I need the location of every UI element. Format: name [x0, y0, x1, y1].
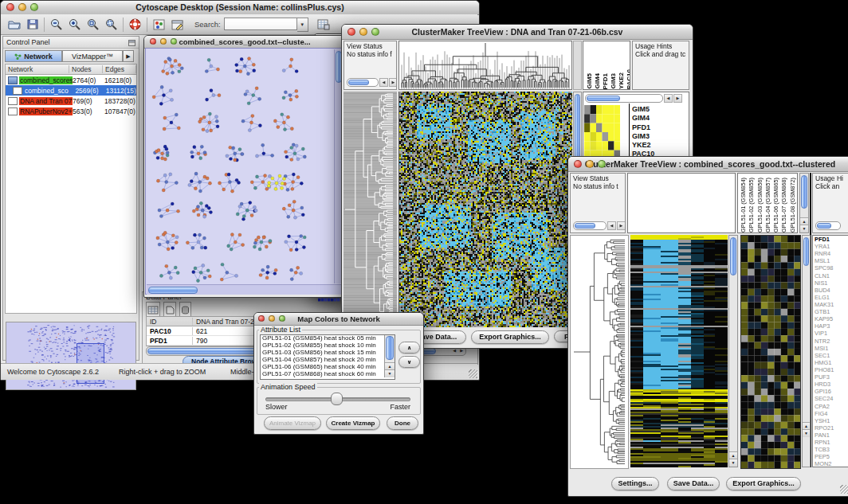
treeview1-titlebar[interactable]: ClusterMaker TreeView : DNA and Tran 07-…: [342, 25, 693, 40]
network-list-row[interactable]: combined_scores 2764(0) 16218(0): [6, 75, 136, 85]
gene-label[interactable]: MON2: [813, 460, 848, 467]
scroll-thumb[interactable]: [575, 223, 595, 229]
vscroll-thumb[interactable]: [386, 336, 394, 360]
network-list-header[interactable]: NetworkNodesEdges: [6, 64, 136, 75]
scroll-right-icon[interactable]: ▶: [389, 78, 397, 87]
resize-grip[interactable]: [840, 485, 848, 494]
gene-label[interactable]: RPO21: [813, 424, 848, 432]
zoom-fit-icon[interactable]: [102, 16, 120, 33]
scroll-left-icon[interactable]: ◀: [379, 78, 388, 87]
gene-label[interactable]: ELG1: [813, 294, 848, 301]
tv2-top-vscrollbar[interactable]: ▲ ▼: [799, 173, 809, 233]
gene-label[interactable]: MAK31: [813, 301, 848, 308]
attribute-item[interactable]: GPL51-07 (GSM868) heat shock 60 min: [261, 371, 382, 378]
tv1-heatmap[interactable]: [398, 92, 572, 327]
zoom-button[interactable]: [30, 3, 38, 11]
gene-label[interactable]: HMG1: [813, 359, 848, 366]
attribute-item[interactable]: GPL51-04 (GSM857) heat shock 20 min: [261, 357, 382, 364]
gene-label[interactable]: NIS1: [813, 279, 848, 287]
network-overview-birdseye[interactable]: [6, 322, 136, 390]
zoom-button[interactable]: [171, 38, 177, 45]
zoom-row-label[interactable]: GIM5: [632, 105, 654, 114]
zoom-button[interactable]: [371, 28, 379, 36]
tv1-row-dendrogram[interactable]: [344, 92, 397, 327]
close-button[interactable]: [258, 315, 265, 322]
scroll-down-icon[interactable]: ▼: [385, 369, 395, 377]
mini-hscrollbar[interactable]: ◀▶: [347, 78, 397, 87]
attribute-item[interactable]: GPL51-01 (GSM854) heat shock 05 min: [261, 335, 382, 342]
scroll-down-icon[interactable]: ▼: [803, 429, 810, 437]
attribute-item[interactable]: GPL51-03 (GSM856) heat shock 15 min: [261, 350, 382, 357]
gene-label[interactable]: TCB3: [813, 446, 848, 453]
zoom-out-icon[interactable]: [47, 16, 65, 33]
column-label[interactable]: GPL51-06 (GSM865): [772, 178, 780, 232]
gene-label[interactable]: FIG4: [813, 410, 848, 417]
gene-label[interactable]: BUD4: [813, 287, 848, 294]
tv2-heatmap-vscrollbar[interactable]: ▲ ▼: [728, 235, 738, 467]
network-list-row[interactable]: RNAPuberNov2+ 563(0) 107847(0): [6, 106, 136, 116]
network-graph-canvas[interactable]: [147, 49, 333, 283]
zoom-in-icon[interactable]: [65, 16, 84, 33]
scroll-left-icon[interactable]: ◀: [664, 94, 673, 103]
tv2-export-graphics-button[interactable]: Export Graphics...: [726, 477, 801, 490]
create-vizmap-button[interactable]: Create Vizmap: [326, 416, 380, 430]
tv2-save-data-button[interactable]: Save Data...: [667, 477, 720, 490]
animate-vizmap-button[interactable]: Animate Vizmap: [264, 416, 321, 430]
zoom-button[interactable]: [279, 315, 285, 322]
scroll-left-icon[interactable]: ◀: [607, 221, 616, 230]
gene-label[interactable]: PAN1: [813, 432, 848, 439]
scroll-thumb[interactable]: [348, 80, 369, 85]
network-window-titlebar[interactable]: combined_scores_good.txt--cluste...: [144, 36, 345, 49]
listbox-vscrollbar[interactable]: ▲ ▼: [384, 335, 395, 377]
scroll-right-icon[interactable]: ▶: [673, 94, 682, 103]
scroll-thumb[interactable]: [587, 96, 620, 101]
minimize-button[interactable]: [269, 315, 275, 322]
search-input[interactable]: [224, 18, 297, 30]
zoom-row-label[interactable]: YKE2: [632, 141, 654, 150]
vscroll-thumb[interactable]: [730, 237, 736, 275]
tv1-zoom-heatmap[interactable]: [584, 105, 620, 159]
tab-network[interactable]: Network: [5, 50, 62, 62]
treeview2-titlebar[interactable]: ClusterMaker TreeView : combined_scores_…: [568, 157, 848, 172]
zoom-hscrollbar[interactable]: ◀▶: [585, 94, 682, 103]
scroll-down-icon[interactable]: ▼: [729, 459, 737, 467]
gene-label[interactable]: MSI1: [813, 345, 848, 352]
column-label[interactable]: GIM3: [610, 73, 617, 89]
zoom-row-label[interactable]: GIM3: [632, 132, 654, 141]
zoom-selected-icon[interactable]: [84, 16, 102, 33]
tv1-export-graphics-button[interactable]: Export Graphics...: [471, 330, 549, 344]
column-label[interactable]: PAC10: [626, 69, 630, 89]
minimize-button[interactable]: [359, 28, 367, 36]
column-label[interactable]: GPL51-08 (GSM872): [789, 178, 797, 232]
dialog-titlebar[interactable]: Map Colors to Network: [254, 313, 423, 326]
zoom-row-label[interactable]: GIM4: [632, 114, 654, 123]
gene-label[interactable]: CLN1: [813, 272, 848, 279]
hscroll-thumb[interactable]: [148, 287, 198, 294]
tv2-column-dendrogram-area[interactable]: [627, 173, 736, 233]
close-button[interactable]: [150, 38, 156, 45]
vscroll-thumb[interactable]: [801, 175, 807, 209]
gene-label[interactable]: RPN1: [813, 439, 848, 446]
mini-hscrollbar[interactable]: [815, 221, 841, 230]
vscroll-thumb[interactable]: [803, 237, 809, 266]
vizmapper-icon[interactable]: [150, 16, 168, 33]
annotation-icon[interactable]: [168, 16, 186, 33]
gene-label[interactable]: RNR4: [813, 250, 848, 257]
main-window-titlebar[interactable]: Cytoscape Desktop (Session Name: collins…: [1, 1, 479, 15]
save-icon[interactable]: [23, 16, 41, 33]
gene-label[interactable]: KAP95: [813, 315, 848, 322]
minimize-button[interactable]: [160, 38, 167, 45]
open-folder-icon[interactable]: [5, 16, 23, 33]
column-label[interactable]: GPL51-03 (GSM856): [756, 178, 764, 232]
gene-label[interactable]: SPC98: [813, 264, 848, 272]
move-down-button[interactable]: ∨: [398, 356, 420, 368]
network-list-row[interactable]: combined_sco 2569(6) 13112(15): [6, 85, 136, 96]
gene-label[interactable]: YRA1: [813, 243, 848, 250]
column-label[interactable]: GPL51-01 (GSM854): [740, 178, 748, 232]
close-button[interactable]: [574, 160, 582, 168]
scroll-down-icon[interactable]: ▼: [800, 225, 808, 232]
gene-label[interactable]: PHO81: [813, 366, 848, 373]
network-hscrollbar[interactable]: [147, 284, 342, 295]
done-button[interactable]: Done: [387, 416, 418, 430]
tv2-heatmap[interactable]: [630, 235, 728, 467]
